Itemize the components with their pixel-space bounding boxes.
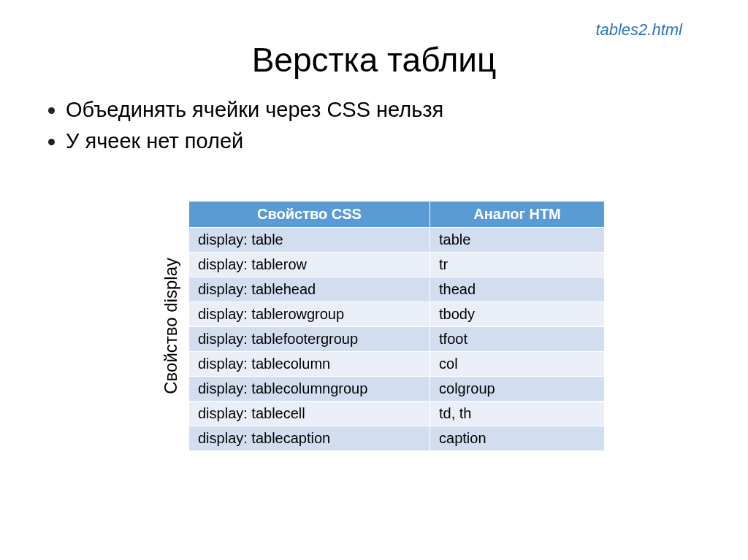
table-cell: tbody: [430, 302, 605, 327]
page-title: Верстка таблиц: [0, 40, 748, 80]
table-cell: tr: [430, 253, 605, 277]
table-row: display: tablecolumn col: [189, 352, 605, 377]
table-cell: thead: [430, 277, 605, 302]
table-row: display: tablefootergroup tfoot: [189, 327, 605, 352]
table-row: display: tablehead thead: [189, 277, 605, 302]
bullet-list: Объединять ячейки через CSS нельзя У яче…: [51, 98, 748, 153]
table-cell: display: tablecaption: [189, 426, 430, 451]
table-row: display: tablecell td, th: [189, 402, 605, 426]
filename-link: tables2.html: [595, 20, 682, 39]
table-header-htm: Аналог HTM: [430, 202, 605, 228]
table-cell: display: tablecell: [189, 402, 430, 426]
table-cell: tfoot: [430, 327, 605, 352]
table-row: display: tablecaption caption: [189, 426, 605, 451]
bullet-item: Объединять ячейки через CSS нельзя: [66, 98, 748, 122]
table-cell: display: tablefootergroup: [189, 327, 430, 352]
table-row: display: tablerow tr: [189, 253, 605, 277]
table-cell: col: [430, 352, 605, 377]
table-cell: caption: [430, 426, 605, 451]
table-row: display: table table: [189, 228, 605, 253]
table-ylabel: Свойство display: [161, 258, 181, 394]
bullet-item: У ячеек нет полей: [66, 129, 748, 153]
table-cell: display: tablerow: [189, 253, 430, 277]
table-row: display: tablerowgroup tbody: [189, 302, 605, 327]
table-row: display: tablecolumngroup colgroup: [189, 377, 605, 402]
table-cell: table: [430, 228, 605, 253]
table-cell: display: tablecolumn: [189, 352, 430, 377]
table-container: Свойство display Свойство CSS Аналог HTM…: [161, 201, 605, 451]
css-display-table: Свойство CSS Аналог HTM display: table t…: [188, 201, 605, 451]
table-cell: display: tablecolumngroup: [189, 377, 430, 402]
table-cell: display: tablehead: [189, 277, 430, 302]
table-cell: display: table: [189, 228, 430, 253]
table-cell: display: tablerowgroup: [189, 302, 430, 327]
table-cell: td, th: [430, 402, 605, 426]
table-cell: colgroup: [430, 377, 605, 402]
table-header-row: Свойство CSS Аналог HTM: [189, 202, 605, 228]
table-header-css: Свойство CSS: [189, 202, 430, 228]
